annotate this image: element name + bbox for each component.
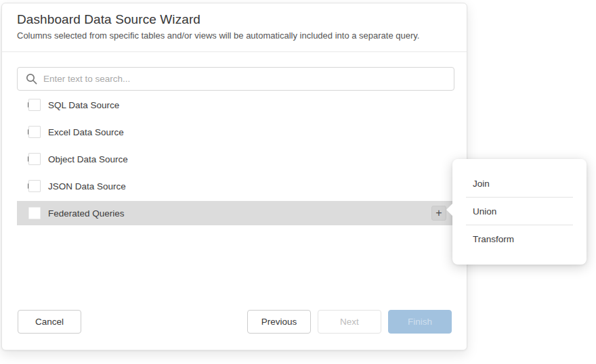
data-source-wizard-dialog: Dashboard Data Source Wizard Columns sel…	[1, 3, 467, 350]
cancel-button[interactable]: Cancel	[18, 310, 81, 334]
tree-item-label: Excel Data Source	[48, 127, 124, 137]
tree-row-json-data-source[interactable]: JSON Data Source	[17, 173, 454, 200]
tree-item-label: Object Data Source	[48, 154, 128, 164]
previous-button[interactable]: Previous	[247, 310, 311, 334]
search-icon	[26, 73, 37, 85]
search-input[interactable]	[43, 74, 447, 84]
finish-button[interactable]: Finish	[388, 310, 452, 334]
checkbox[interactable]	[28, 180, 41, 192]
menu-item-join[interactable]: Join	[452, 170, 587, 197]
dialog-header: Dashboard Data Source Wizard Columns sel…	[2, 3, 467, 52]
page-subtitle: Columns selected from specific tables an…	[17, 30, 452, 41]
checkbox[interactable]	[28, 99, 41, 111]
next-button[interactable]: Next	[318, 310, 381, 334]
add-query-context-menu: Join Union Transform	[452, 159, 587, 265]
menu-item-transform[interactable]: Transform	[452, 225, 587, 252]
menu-item-union[interactable]: Union	[452, 198, 587, 225]
search-box[interactable]	[17, 67, 454, 91]
add-query-button[interactable]: +	[431, 206, 446, 221]
checkbox[interactable]	[28, 207, 41, 219]
tree-row-object-data-source[interactable]: Object Data Source	[17, 145, 454, 173]
tree-item-label: SQL Data Source	[48, 100, 119, 110]
data-source-tree: SQL Data Source Excel Data Source Object…	[17, 91, 452, 225]
checkbox[interactable]	[28, 153, 41, 165]
popup-pointer-icon	[446, 204, 452, 216]
checkbox[interactable]	[28, 126, 41, 138]
dialog-footer: Cancel Previous Next Finish	[18, 310, 452, 334]
page-title: Dashboard Data Source Wizard	[17, 12, 452, 27]
plus-icon: +	[435, 208, 442, 219]
tree-item-label: JSON Data Source	[48, 181, 126, 191]
tree-row-excel-data-source[interactable]: Excel Data Source	[17, 118, 454, 145]
tree-item-label: Federated Queries	[48, 208, 125, 219]
tree-row-sql-data-source[interactable]: SQL Data Source	[17, 91, 454, 118]
dialog-content: SQL Data Source Excel Data Source Object…	[2, 52, 467, 240]
tree-row-federated-queries[interactable]: Federated Queries +	[17, 201, 454, 225]
